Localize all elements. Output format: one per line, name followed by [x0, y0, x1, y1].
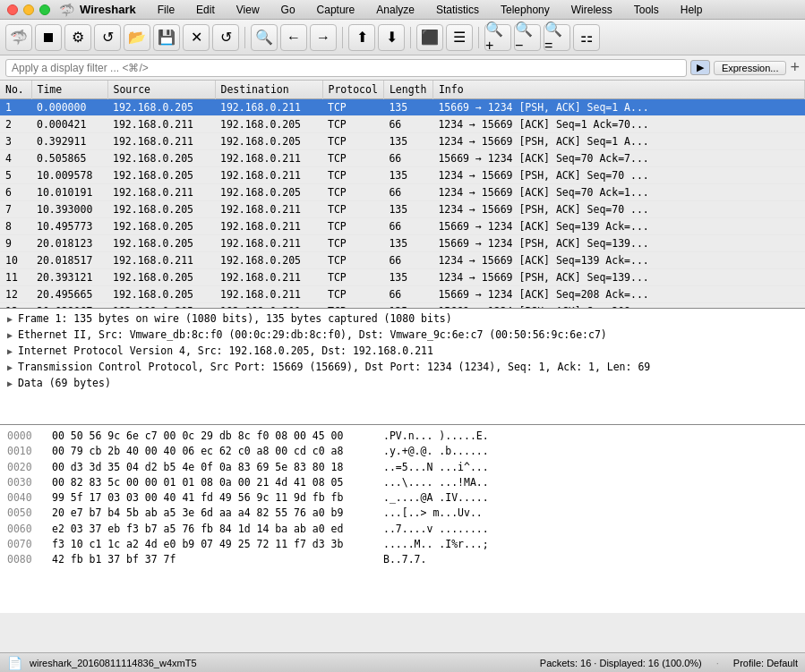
traffic-lights [7, 4, 50, 15]
menu-item-file[interactable]: File [154, 2, 178, 18]
toolbar-button[interactable]: 🔍 [251, 24, 278, 51]
hex-ascii: .PV.n... ).....E. [383, 429, 489, 444]
toolbar-button[interactable]: ✕ [183, 24, 210, 51]
menu-item-edit[interactable]: Edit [193, 2, 218, 18]
hex-bytes: f3 10 c1 1c a2 4d e0 b9 07 49 25 72 11 f… [52, 537, 383, 552]
menu-item-analyze[interactable]: Analyze [373, 2, 418, 18]
cell-time: 0.505865 [31, 150, 107, 167]
hex-bytes: 00 82 83 5c 00 00 01 01 08 0a 00 21 4d 4… [52, 475, 383, 490]
cell-time: 20.018123 [31, 235, 107, 252]
cell-no: 7 [0, 201, 31, 218]
cell-len: 135 [383, 201, 432, 218]
toolbar-button[interactable]: ↺ [212, 24, 239, 51]
cell-dst: 192.168.0.211 [215, 218, 322, 235]
maximize-button[interactable] [39, 4, 50, 15]
table-row[interactable]: 20.000421192.168.0.211192.168.0.205TCP66… [0, 116, 805, 133]
cell-len: 135 [383, 269, 432, 286]
menu-item-go[interactable]: Go [278, 2, 299, 18]
cell-info: 1234 → 15669 [ACK] Seq=139 Ack=... [432, 252, 804, 269]
cell-time: 0.392911 [31, 133, 107, 150]
detail-row[interactable]: ▶Data (69 bytes) [0, 375, 805, 391]
table-row[interactable]: 30.392911192.168.0.211192.168.0.205TCP13… [0, 133, 805, 150]
hex-ascii: ..7....v ........ [383, 522, 489, 537]
cell-src: 192.168.0.205 [107, 235, 215, 252]
cell-no: 10 [0, 252, 31, 269]
expression-button[interactable]: Expression... [714, 61, 787, 75]
cell-info: 15669 → 1234 [PSH, ACK] Seq=1 A... [432, 99, 804, 116]
cell-src: 192.168.0.205 [107, 99, 215, 116]
hex-offset: 0000 [7, 429, 52, 444]
toolbar-button[interactable]: ⚏ [573, 24, 600, 51]
cell-src: 192.168.0.211 [107, 184, 215, 201]
cell-dst: 192.168.0.205 [215, 133, 322, 150]
toolbar-button[interactable]: 🔍+ [484, 24, 511, 51]
toolbar-button[interactable]: 🔍− [514, 24, 541, 51]
toolbar-button[interactable]: ⬆ [348, 24, 375, 51]
filter-arrow-button[interactable]: ▶ [690, 60, 710, 75]
menu-item-capture[interactable]: Capture [313, 2, 359, 18]
table-row[interactable]: 610.010191192.168.0.211192.168.0.205TCP6… [0, 184, 805, 201]
table-row[interactable]: 810.495773192.168.0.205192.168.0.211TCP6… [0, 218, 805, 235]
toolbar-button[interactable]: ↺ [94, 24, 121, 51]
hex-ascii: B..7.7. [383, 552, 426, 567]
detail-row[interactable]: ▶Internet Protocol Version 4, Src: 192.1… [0, 343, 805, 359]
cell-len: 135 [383, 235, 432, 252]
menu-item-tools[interactable]: Tools [630, 2, 663, 18]
cell-proto: TCP [322, 286, 383, 303]
table-row[interactable]: 1020.018517192.168.0.211192.168.0.205TCP… [0, 252, 805, 269]
table-row[interactable]: 1220.495665192.168.0.205192.168.0.211TCP… [0, 286, 805, 303]
toolbar-button[interactable]: ⚙ [64, 24, 91, 51]
toolbar-button[interactable]: ⬇ [378, 24, 405, 51]
table-row[interactable]: 510.009578192.168.0.205192.168.0.211TCP1… [0, 167, 805, 184]
cell-info: 15669 → 1234 [ACK] Seq=70 Ack=7... [432, 150, 804, 167]
app-name: Wireshark [80, 3, 136, 16]
cell-no: 11 [0, 269, 31, 286]
cell-dst: 192.168.0.211 [215, 99, 322, 116]
toolbar-button[interactable]: 📂 [124, 24, 150, 51]
cell-len: 66 [383, 286, 432, 303]
table-row[interactable]: 710.393000192.168.0.205192.168.0.211TCP1… [0, 201, 805, 218]
menu-item-statistics[interactable]: Statistics [432, 2, 483, 18]
table-row[interactable]: 10.000000192.168.0.205192.168.0.211TCP13… [0, 99, 805, 116]
add-filter-button[interactable]: + [790, 58, 800, 77]
hex-row: 0000 00 50 56 9c 6e c7 00 0c 29 db 8c f0… [7, 429, 798, 444]
statusbar: 📄 wireshark_20160811114836_w4xmT5 Packet… [0, 652, 805, 672]
minimize-button[interactable] [23, 4, 34, 15]
table-row[interactable]: 920.018123192.168.0.205192.168.0.211TCP1… [0, 235, 805, 252]
menu-item-view[interactable]: View [233, 2, 263, 18]
detail-arrow-icon: ▶ [7, 379, 13, 388]
toolbar-button[interactable]: → [310, 24, 337, 51]
menu-item-telephony[interactable]: Telephony [497, 2, 553, 18]
cell-no: 8 [0, 218, 31, 235]
cell-len: 66 [383, 252, 432, 269]
table-row[interactable]: 40.505865192.168.0.205192.168.0.211TCP66… [0, 150, 805, 167]
cell-src: 192.168.0.205 [107, 201, 215, 218]
cell-no: 1 [0, 99, 31, 116]
cell-len: 66 [383, 150, 432, 167]
table-row[interactable]: 1120.393121192.168.0.205192.168.0.211TCP… [0, 269, 805, 286]
cell-proto: TCP [322, 235, 383, 252]
hex-offset: 0050 [7, 506, 52, 521]
detail-row[interactable]: ▶Ethernet II, Src: Vmware_db:8c:f0 (00:0… [0, 327, 805, 343]
menu-item-wireless[interactable]: Wireless [568, 2, 616, 18]
toolbar-button[interactable]: 💾 [153, 24, 180, 51]
detail-row[interactable]: ▶Frame 1: 135 bytes on wire (1080 bits),… [0, 310, 805, 327]
close-button[interactable] [7, 4, 18, 15]
col-header-info: Info [432, 81, 804, 99]
detail-text: Transmission Control Protocol, Src Port:… [18, 361, 650, 373]
detail-arrow-icon: ▶ [7, 330, 13, 340]
toolbar-button[interactable]: 🔍= [544, 24, 570, 51]
cell-proto: TCP [322, 99, 383, 116]
detail-row[interactable]: ▶Transmission Control Protocol, Src Port… [0, 359, 805, 375]
hex-bytes: 00 79 cb 2b 40 00 40 06 ec 62 c0 a8 00 c… [52, 444, 383, 459]
cell-len: 135 [383, 133, 432, 150]
col-header-no: No. [0, 81, 31, 99]
toolbar-button[interactable]: ← [280, 24, 307, 51]
toolbar-button[interactable]: ⬛ [416, 24, 443, 51]
menu-item-help[interactable]: Help [677, 2, 707, 18]
toolbar-button[interactable]: 🦈 [5, 24, 32, 51]
packet-stats: Packets: 16 · Displayed: 16 (100.0%) [540, 658, 702, 668]
toolbar-button[interactable]: ⏹ [35, 24, 62, 51]
toolbar-button[interactable]: ☰ [446, 24, 473, 51]
filter-input[interactable] [5, 59, 687, 77]
